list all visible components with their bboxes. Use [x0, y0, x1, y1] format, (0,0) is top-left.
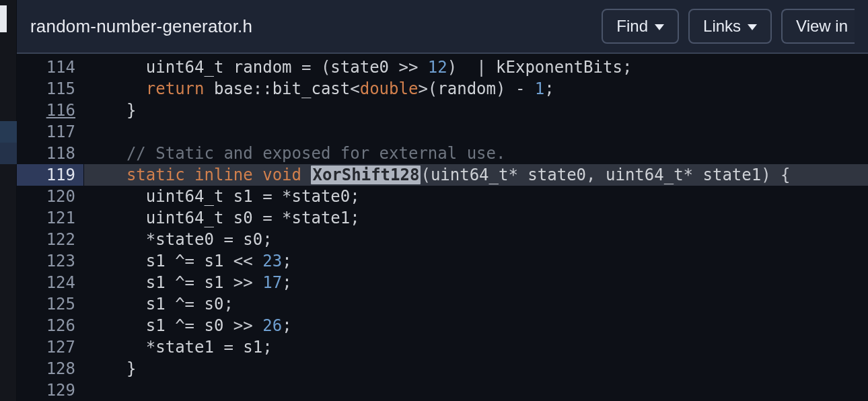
- code-line: s1 ^= s0;: [107, 293, 868, 315]
- left-rail: [0, 0, 17, 401]
- code-content[interactable]: uint64_t random = (state0 >> 12) | kExpo…: [84, 54, 868, 401]
- code-line: static inline void XorShift128(uint64_t*…: [84, 164, 868, 186]
- line-number[interactable]: 119: [17, 164, 83, 186]
- header-bar: random-number-generator.h Find Links Vie…: [17, 0, 868, 54]
- line-number[interactable]: 118: [17, 143, 83, 164]
- selected-symbol[interactable]: XorShift128: [311, 166, 421, 184]
- line-number[interactable]: 117: [17, 121, 83, 143]
- code-line: [107, 379, 868, 401]
- code-line: uint64_t random = (state0 >> 12) | kExpo…: [107, 57, 868, 78]
- line-number[interactable]: 120: [17, 186, 83, 207]
- chevron-down-icon: [655, 24, 664, 30]
- line-number[interactable]: 124: [17, 272, 83, 293]
- code-line: uint64_t s0 = *state1;: [107, 207, 868, 229]
- code-line: }: [107, 100, 868, 121]
- links-button[interactable]: Links: [688, 9, 772, 44]
- code-line: s1 ^= s0 >> 26;: [107, 315, 868, 336]
- view-in-label: View in: [796, 17, 848, 36]
- line-number[interactable]: 114: [17, 57, 83, 78]
- line-number[interactable]: 126: [17, 315, 83, 336]
- code-line: uint64_t s1 = *state0;: [107, 186, 868, 207]
- line-number[interactable]: 122: [17, 229, 83, 250]
- chevron-down-icon: [748, 24, 757, 30]
- file-name: random-number-generator.h: [30, 16, 592, 37]
- find-label: Find: [616, 17, 648, 36]
- code-line: [107, 121, 868, 143]
- line-number-gutter: 1141151161171181191201211221231241251261…: [17, 54, 84, 401]
- find-button[interactable]: Find: [602, 9, 679, 44]
- code-line: }: [107, 358, 868, 379]
- code-area: 1141151161171181191201211221231241251261…: [17, 54, 868, 401]
- links-label: Links: [703, 17, 741, 36]
- code-line: s1 ^= s1 << 23;: [107, 250, 868, 272]
- code-line: return base::bit_cast<double>(random) - …: [107, 78, 868, 100]
- rail-marker: [0, 5, 7, 32]
- line-number[interactable]: 129: [17, 379, 83, 401]
- line-number[interactable]: 123: [17, 250, 83, 272]
- line-number[interactable]: 115: [17, 78, 83, 100]
- line-number[interactable]: 127: [17, 336, 83, 358]
- line-number[interactable]: 125: [17, 293, 83, 315]
- code-line: s1 ^= s1 >> 17;: [107, 272, 868, 293]
- code-line: *state1 = s1;: [107, 336, 868, 358]
- line-number[interactable]: 128: [17, 358, 83, 379]
- rail-highlight-2: [0, 143, 17, 164]
- view-in-button[interactable]: View in: [781, 9, 855, 44]
- code-line: // Static and exposed for external use.: [107, 143, 868, 164]
- line-number[interactable]: 116: [17, 100, 83, 121]
- code-line: *state0 = s0;: [107, 229, 868, 250]
- line-number[interactable]: 121: [17, 207, 83, 229]
- rail-highlight: [0, 121, 17, 143]
